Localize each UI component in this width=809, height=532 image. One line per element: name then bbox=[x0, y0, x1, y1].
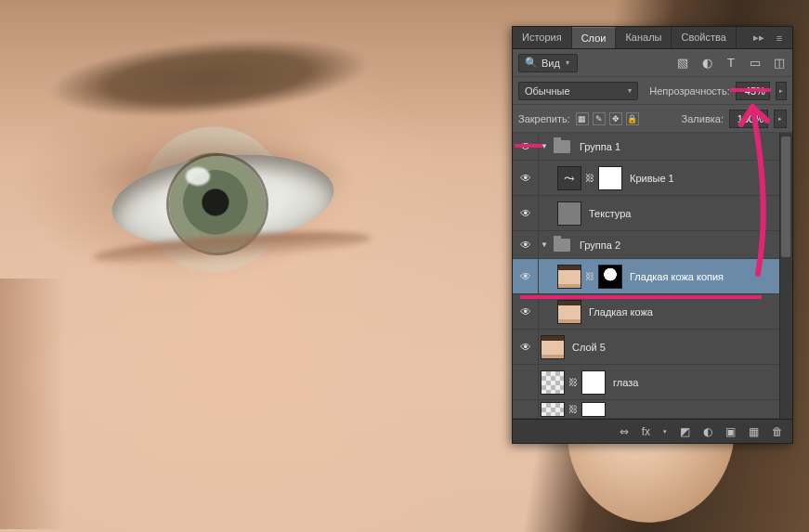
filter-shape-icon[interactable]: ▭ bbox=[748, 56, 763, 70]
fill-input[interactable]: 100% bbox=[729, 110, 768, 128]
folder-icon bbox=[554, 140, 570, 153]
add-mask-icon[interactable]: ◩ bbox=[680, 425, 690, 438]
eye-icon: 👁 bbox=[520, 207, 531, 220]
layer-name: Текстура bbox=[589, 208, 631, 219]
collapse-icon[interactable]: ▸▸ bbox=[751, 32, 766, 44]
filter-adjust-icon[interactable]: ◐ bbox=[699, 56, 714, 70]
search-icon: 🔍 bbox=[525, 57, 538, 69]
link-icon: ⛓ bbox=[585, 271, 594, 281]
eye-icon: 👁 bbox=[520, 172, 531, 185]
panel-menu-icon[interactable]: ≡ bbox=[772, 32, 787, 44]
scroll-thumb[interactable] bbox=[781, 136, 790, 257]
tab-history[interactable]: История bbox=[513, 27, 572, 48]
layer-name: Кривые 1 bbox=[630, 173, 674, 184]
filter-smart-icon[interactable]: ◫ bbox=[772, 56, 787, 70]
visibility-toggle[interactable]: 👁 bbox=[513, 330, 539, 364]
filter-label: Вид bbox=[542, 58, 560, 69]
layer-row-adjustment[interactable]: 👁 ⤳ ⛓ Кривые 1 bbox=[513, 161, 792, 196]
blend-row: Обычные ▾ Непрозрачность: 45% ▸ bbox=[513, 77, 792, 105]
layer-row-selected[interactable]: 👁 ⛓ Гладкая кожа копия bbox=[513, 259, 792, 294]
layer-thumb bbox=[541, 370, 565, 395]
curves-icon: ⤳ bbox=[564, 171, 575, 186]
blend-mode-dropdown[interactable]: Обычные ▾ bbox=[518, 82, 638, 100]
link-icon: ⛓ bbox=[568, 404, 578, 414]
tab-layers[interactable]: Слои bbox=[572, 27, 617, 48]
layer-row[interactable]: 👁 Гладкая кожа bbox=[513, 294, 792, 330]
layer-thumb bbox=[541, 335, 565, 359]
eye-icon: 👁 bbox=[520, 341, 531, 354]
layer-thumb bbox=[557, 265, 581, 289]
layer-filter-dropdown[interactable]: 🔍 Вид ▾ bbox=[518, 54, 578, 72]
visibility-toggle[interactable]: 👁 bbox=[513, 294, 539, 329]
fx-icon[interactable]: fx bbox=[642, 425, 650, 438]
adjustment-thumb: ⤳ bbox=[557, 166, 581, 190]
visibility-toggle[interactable]: 👁 bbox=[513, 196, 539, 230]
layers-panel: История Слои Каналы Свойства ▸▸ ≡ 🔍 Вид … bbox=[512, 26, 793, 444]
layer-list: 👁 ▼ Группа 1 👁 ⤳ ⛓ Кривые 1 👁 Текстура bbox=[513, 133, 792, 419]
chevron-down-icon: ▾ bbox=[628, 86, 632, 95]
delete-icon[interactable]: 🗑 bbox=[772, 425, 783, 438]
opacity-stepper[interactable]: ▸ bbox=[776, 82, 787, 100]
layer-row-group[interactable]: 👁 ▼ Группа 2 bbox=[513, 231, 792, 259]
layer-name: Гладкая кожа bbox=[589, 306, 653, 318]
visibility-toggle[interactable]: 👁 bbox=[513, 259, 539, 293]
visibility-toggle[interactable]: 👁 bbox=[513, 231, 539, 258]
mask-thumb[interactable] bbox=[581, 402, 606, 417]
nose-shadow bbox=[0, 279, 65, 529]
filter-pixel-icon[interactable]: ▧ bbox=[675, 56, 690, 70]
disclosure-triangle[interactable]: ▼ bbox=[539, 142, 550, 150]
mask-thumb[interactable] bbox=[581, 370, 606, 395]
lock-row: Закрепить: ▦ ✎ ✥ 🔒 Заливка: 100% ▸ bbox=[513, 105, 792, 133]
mask-thumb[interactable] bbox=[598, 265, 622, 289]
layer-row[interactable]: ⛓ глаза bbox=[513, 365, 792, 400]
eye-icon: 👁 bbox=[520, 270, 531, 283]
link-icon: ⛓ bbox=[568, 377, 578, 387]
layer-thumb bbox=[557, 201, 581, 226]
layer-thumb bbox=[557, 300, 581, 324]
link-layers-icon[interactable]: ⇔ bbox=[620, 425, 629, 438]
opacity-input[interactable]: 45% bbox=[736, 82, 770, 100]
layer-row-partial[interactable]: ⛓ bbox=[513, 400, 792, 419]
filter-type-icon[interactable]: T bbox=[724, 56, 738, 70]
eye-icon: 👁 bbox=[520, 305, 531, 318]
panel-tabs: История Слои Каналы Свойства ▸▸ ≡ bbox=[513, 27, 792, 49]
panel-footer: ⇔ fx ▾ ◩ ◐ ▣ ▦ 🗑 bbox=[513, 419, 792, 443]
lock-position-icon[interactable]: ✥ bbox=[609, 112, 622, 125]
canvas-photo: История Слои Каналы Свойства ▸▸ ≡ 🔍 Вид … bbox=[0, 0, 809, 532]
lock-transparent-icon[interactable]: ▦ bbox=[576, 112, 589, 125]
lock-pixels-icon[interactable]: ✎ bbox=[593, 112, 606, 125]
filter-icons: ▧ ◐ T ▭ ◫ bbox=[675, 56, 787, 70]
visibility-toggle[interactable]: 👁 bbox=[513, 161, 539, 195]
new-group-icon[interactable]: ▣ bbox=[725, 425, 736, 438]
mask-thumb[interactable] bbox=[598, 166, 622, 190]
layer-name: глаза bbox=[613, 377, 638, 388]
layer-name: Группа 2 bbox=[580, 240, 620, 251]
layer-row[interactable]: 👁 Текстура bbox=[513, 196, 792, 231]
chevron-down-icon: ▾ bbox=[566, 58, 569, 67]
visibility-toggle[interactable]: 👁 bbox=[513, 133, 539, 160]
eye-icon: 👁 bbox=[520, 140, 531, 153]
lock-buttons: ▦ ✎ ✥ 🔒 bbox=[576, 112, 639, 125]
fill-stepper[interactable]: ▸ bbox=[774, 110, 787, 128]
visibility-toggle[interactable] bbox=[513, 400, 539, 418]
layer-name: Слой 5 bbox=[572, 342, 606, 353]
layer-row-group[interactable]: 👁 ▼ Группа 1 bbox=[513, 133, 792, 161]
opacity-label: Непрозрачность: bbox=[649, 85, 729, 97]
layer-name: Группа 1 bbox=[580, 141, 620, 152]
tab-properties[interactable]: Свойства bbox=[672, 27, 736, 48]
visibility-toggle[interactable] bbox=[513, 365, 539, 399]
fx-caret[interactable]: ▾ bbox=[663, 428, 667, 435]
filter-row: 🔍 Вид ▾ ▧ ◐ T ▭ ◫ bbox=[513, 49, 792, 77]
add-adjustment-icon[interactable]: ◐ bbox=[703, 425, 712, 438]
lock-all-icon[interactable]: 🔒 bbox=[626, 112, 639, 125]
link-icon: ⛓ bbox=[585, 173, 594, 183]
blend-mode-value: Обычные bbox=[525, 85, 570, 97]
scrollbar[interactable] bbox=[779, 133, 792, 419]
layer-name: Гладкая кожа копия bbox=[630, 271, 724, 282]
tab-channels[interactable]: Каналы bbox=[616, 27, 672, 48]
disclosure-triangle[interactable]: ▼ bbox=[539, 240, 550, 249]
new-layer-icon[interactable]: ▦ bbox=[749, 425, 759, 438]
folder-icon bbox=[554, 239, 570, 252]
eye-icon: 👁 bbox=[520, 239, 531, 252]
layer-row[interactable]: 👁 Слой 5 bbox=[513, 330, 792, 365]
